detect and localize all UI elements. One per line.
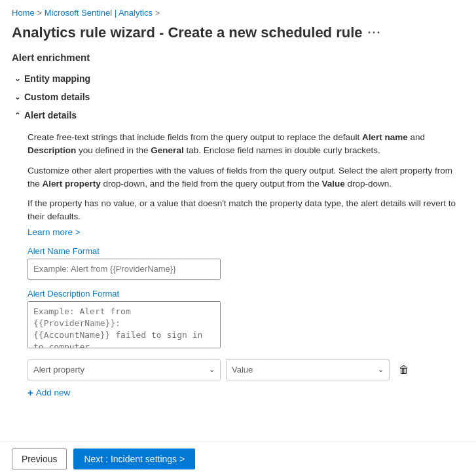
alert-name-label: Alert Name Format: [27, 246, 464, 256]
next-button[interactable]: Next : Incident settings >: [73, 449, 195, 469]
alert-desc-label: Alert Description Format: [27, 289, 464, 299]
alert-details-content: Create free-text strings that include fi…: [12, 124, 464, 398]
page-title-dots[interactable]: ···: [368, 26, 382, 40]
property-value-row: Alert property ⌄ Value ⌄ 🗑: [27, 359, 464, 380]
add-new-row[interactable]: + Add new: [27, 387, 464, 398]
alert-details-para3: If the property has no value, or a value…: [27, 197, 464, 224]
breadcrumb: Home > Microsoft Sentinel | Analytics >: [0, 0, 476, 23]
alert-name-input[interactable]: [27, 259, 221, 280]
alert-enrichment-title: Alert enrichment: [12, 52, 464, 63]
alert-desc-field: Alert Description Format: [27, 289, 464, 350]
alert-desc-input[interactable]: [27, 301, 221, 348]
page-title: Analytics rule wizard - Create a new sch…: [0, 23, 476, 52]
add-new-label: Add new: [36, 388, 71, 397]
footer-bar: Previous Next : Incident settings >: [0, 441, 476, 476]
alert-details-para2: Customize other alert properties with th…: [27, 164, 464, 191]
breadcrumb-sep-1: >: [37, 9, 42, 18]
custom-details-chevron: ⌄: [14, 93, 20, 101]
value-placeholder: Value: [232, 365, 253, 375]
alert-details-label: Alert details: [24, 110, 77, 120]
alert-property-dropdown[interactable]: Alert property ⌄: [27, 359, 221, 380]
page-title-text: Analytics rule wizard - Create a new sch…: [12, 24, 363, 41]
delete-property-button[interactable]: 🗑: [395, 361, 413, 379]
value-dropdown[interactable]: Value ⌄: [226, 359, 390, 380]
alert-details-chevron: ⌃: [14, 111, 20, 120]
previous-button[interactable]: Previous: [12, 449, 67, 469]
entity-mapping-label: Entity mapping: [24, 73, 90, 84]
alert-details-para1: Create free-text strings that include fi…: [27, 131, 464, 158]
alert-property-placeholder: Alert property: [33, 365, 84, 375]
alert-property-chevron: ⌄: [209, 365, 215, 374]
custom-details-row[interactable]: ⌄ Custom details: [12, 88, 464, 106]
value-chevron: ⌄: [378, 365, 384, 374]
custom-details-label: Custom details: [24, 92, 90, 102]
entity-mapping-row[interactable]: ⌄ Entity mapping: [12, 69, 464, 88]
breadcrumb-home[interactable]: Home: [12, 8, 35, 18]
entity-mapping-chevron: ⌄: [14, 75, 20, 83]
breadcrumb-sentinel[interactable]: Microsoft Sentinel | Analytics: [45, 8, 153, 18]
alert-details-row[interactable]: ⌃ Alert details: [12, 106, 464, 124]
add-new-plus-icon: +: [27, 387, 33, 398]
breadcrumb-sep-2: >: [155, 9, 160, 18]
main-content: Alert enrichment ⌄ Entity mapping ⌄ Cust…: [0, 52, 476, 398]
learn-more-link[interactable]: Learn more >: [27, 227, 81, 237]
alert-name-field: Alert Name Format: [27, 246, 464, 280]
trash-icon: 🗑: [399, 364, 409, 376]
